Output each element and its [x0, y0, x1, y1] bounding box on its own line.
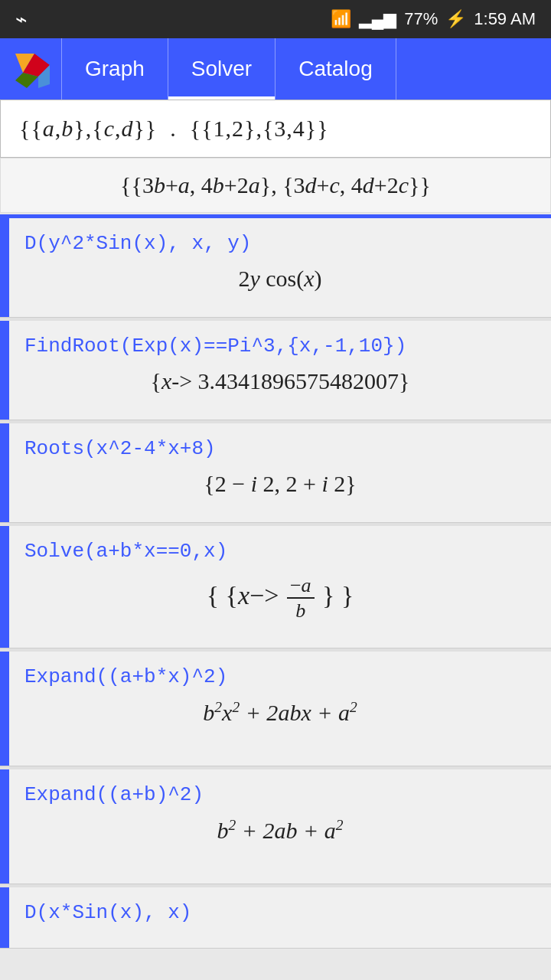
result-expression: {{3b+a, 4b+2a}, {3d+c, 4d+2c}} — [0, 158, 551, 213]
history-item: FindRoot(Exp(x)==Pi^3,{x,-1,10}) {x-> 3.… — [0, 321, 551, 420]
item-input[interactable]: Expand((a+b*x)^2) — [24, 665, 536, 688]
item-output: b2x2 + 2abx + a2 — [24, 696, 536, 729]
item-accent — [0, 423, 9, 522]
tab-graph[interactable]: Graph — [61, 38, 168, 100]
item-output: { {x−> −a b } } — [24, 570, 536, 626]
item-output: 2y cos(x) — [24, 263, 536, 295]
usb-icon: ⌁ — [15, 8, 28, 31]
item-content: D(x*Sin(x), x) — [9, 887, 551, 948]
history-item: D(y^2*Sin(x), x, y) 2y cos(x) — [0, 218, 551, 318]
item-content: Expand((a+b)^2) b2 + 2ab + a2 — [9, 769, 551, 884]
item-content: D(y^2*Sin(x), x, y) 2y cos(x) — [9, 218, 551, 317]
status-bar: ⌁ 📶 ▂▄▆ 77% ⚡ 1:59 AM — [0, 0, 551, 38]
wifi-icon: 📶 — [331, 9, 351, 29]
battery-percent: 77% — [404, 9, 438, 29]
item-input[interactable]: D(y^2*Sin(x), x, y) — [24, 232, 536, 255]
status-left: ⌁ — [15, 8, 28, 31]
app-logo — [8, 46, 54, 92]
signal-icon: ▂▄▆ — [359, 9, 397, 29]
history-list: D(y^2*Sin(x), x, y) 2y cos(x) FindRoot(E… — [0, 218, 551, 949]
status-right: 📶 ▂▄▆ 77% ⚡ 1:59 AM — [331, 9, 536, 29]
input-expression[interactable]: {{a,b},{c,d}} . {{1,2},{3,4}} — [0, 100, 551, 158]
history-item: Expand((a+b*x)^2) b2x2 + 2abx + a2 — [0, 652, 551, 766]
item-accent — [0, 769, 9, 884]
history-item: Roots(x^2-4*x+8) {2 − i 2, 2 + i 2} — [0, 423, 551, 523]
item-output: b2 + 2ab + a2 — [24, 814, 536, 847]
history-item: D(x*Sin(x), x) — [0, 887, 551, 949]
item-content: FindRoot(Exp(x)==Pi^3,{x,-1,10}) {x-> 3.… — [9, 321, 551, 420]
history-item: Expand((a+b)^2) b2 + 2ab + a2 — [0, 769, 551, 884]
header: Graph Solver Catalog — [0, 38, 551, 100]
item-input[interactable]: D(x*Sin(x), x) — [24, 901, 536, 924]
fraction: −a b — [287, 573, 315, 622]
item-content: Expand((a+b*x)^2) b2x2 + 2abx + a2 — [9, 652, 551, 766]
item-accent — [0, 321, 9, 420]
item-input[interactable]: Solve(a+b*x==0,x) — [24, 540, 536, 563]
tab-catalog[interactable]: Catalog — [276, 38, 396, 100]
battery-icon: ⚡ — [445, 9, 466, 29]
item-content: Roots(x^2-4*x+8) {2 − i 2, 2 + i 2} — [9, 423, 551, 522]
item-input[interactable]: Roots(x^2-4*x+8) — [24, 437, 536, 460]
item-accent — [0, 526, 9, 648]
nav-tabs: Graph Solver Catalog — [61, 38, 543, 100]
item-output: {x-> 3.43418965754820​07} — [24, 365, 536, 397]
item-content: Solve(a+b*x==0,x) { {x−> −a b } } — [9, 526, 551, 648]
tab-solver[interactable]: Solver — [168, 38, 276, 100]
item-accent — [0, 652, 9, 766]
item-accent — [0, 218, 9, 317]
item-input[interactable]: FindRoot(Exp(x)==Pi^3,{x,-1,10}) — [24, 335, 536, 358]
item-output: {2 − i 2, 2 + i 2} — [24, 468, 536, 500]
item-accent — [0, 887, 9, 948]
time: 1:59 AM — [474, 9, 536, 29]
history-item: Solve(a+b*x==0,x) { {x−> −a b } } — [0, 526, 551, 648]
item-input[interactable]: Expand((a+b)^2) — [24, 783, 536, 806]
